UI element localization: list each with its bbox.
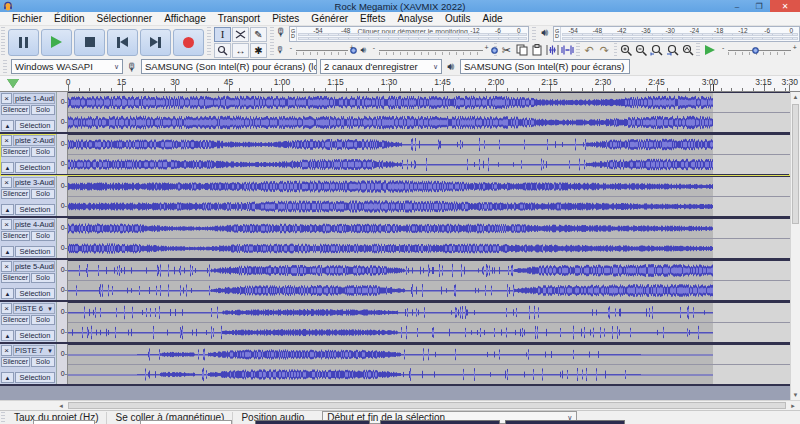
track-waveform[interactable] bbox=[68, 92, 790, 132]
track-collapse-button[interactable]: ▲ bbox=[1, 204, 14, 215]
track-waveform[interactable] bbox=[68, 260, 790, 300]
zoom-out-button[interactable] bbox=[634, 43, 648, 58]
vertical-scrollbar[interactable]: ▲ ▼ bbox=[790, 92, 800, 400]
track-close-button[interactable]: × bbox=[1, 135, 12, 146]
toolbar-grip[interactable] bbox=[576, 43, 580, 57]
track-title-menu[interactable]: PISTE 6▼ bbox=[13, 303, 55, 314]
track-solo-button[interactable]: Solo bbox=[31, 105, 55, 115]
silence-audio-button[interactable] bbox=[560, 43, 574, 58]
waveform-channel-left[interactable] bbox=[68, 303, 790, 322]
envelope-tool-button[interactable] bbox=[232, 27, 249, 42]
track-close-button[interactable]: × bbox=[1, 219, 12, 230]
track-collapse-button[interactable]: ▲ bbox=[1, 120, 14, 131]
timeline-ruler[interactable]: 01530451:001:151:301:452:002:152:302:453… bbox=[0, 76, 800, 92]
scroll-down-icon[interactable]: ▼ bbox=[791, 390, 800, 400]
track-solo-button[interactable]: Solo bbox=[31, 231, 55, 241]
waveform-channel-right[interactable] bbox=[68, 281, 790, 300]
track-vertical-ruler[interactable]: 0- 0- bbox=[56, 260, 68, 300]
track-waveform[interactable] bbox=[68, 134, 790, 174]
minimize-button[interactable]: – bbox=[726, 0, 748, 12]
track-mute-button[interactable]: Silencer bbox=[1, 357, 30, 367]
cut-button[interactable]: ✂ bbox=[499, 43, 513, 58]
track-close-button[interactable]: × bbox=[1, 261, 12, 272]
track-selection-button[interactable]: Sélection bbox=[15, 372, 55, 383]
track-solo-button[interactable]: Solo bbox=[31, 357, 55, 367]
selection-tool-button[interactable]: I bbox=[214, 27, 231, 42]
track-collapse-button[interactable]: ▲ bbox=[1, 330, 14, 341]
track-mute-button[interactable]: Silencer bbox=[1, 315, 30, 325]
waveform-channel-right[interactable] bbox=[68, 155, 790, 174]
track-waveform[interactable] bbox=[68, 176, 790, 216]
toolbar-grip[interactable] bbox=[270, 27, 274, 57]
track-title-menu[interactable]: PISTE 7▼ bbox=[13, 345, 55, 356]
track-close-button[interactable]: × bbox=[1, 345, 12, 356]
menu-aide[interactable]: Aide bbox=[477, 13, 509, 24]
record-meter-mic-icon[interactable]: 🎙︎ bbox=[275, 26, 287, 42]
track-close-button[interactable]: × bbox=[1, 177, 12, 188]
track-close-button[interactable]: × bbox=[1, 303, 12, 314]
track-waveform[interactable] bbox=[68, 302, 790, 342]
track-title-menu[interactable]: piste 2-Audi▼ bbox=[13, 135, 55, 146]
track-solo-button[interactable]: Solo bbox=[31, 189, 55, 199]
menu-sélectionner[interactable]: Sélectionner bbox=[91, 13, 159, 24]
track-vertical-ruler[interactable]: 0- 0- bbox=[56, 302, 68, 342]
toolbar-grip[interactable] bbox=[614, 43, 618, 57]
waveform-channel-right[interactable] bbox=[68, 197, 790, 216]
toolbar-grip[interactable] bbox=[3, 60, 7, 74]
close-button[interactable]: ✕ bbox=[770, 0, 800, 12]
snap-to-field[interactable] bbox=[140, 420, 232, 424]
recording-channels-select[interactable]: 2 canaux d'enregistrer∨ bbox=[320, 59, 442, 74]
project-rate-field[interactable] bbox=[33, 420, 95, 424]
quick-play-pin-icon[interactable] bbox=[7, 79, 19, 88]
menu-transport[interactable]: Transport bbox=[212, 13, 266, 24]
play-speed-knob[interactable] bbox=[752, 47, 759, 54]
vertical-scroll-thumb[interactable] bbox=[792, 104, 799, 224]
menu-fichier[interactable]: Fichier bbox=[6, 13, 48, 24]
scroll-up-icon[interactable]: ▲ bbox=[791, 92, 800, 102]
audio-host-select[interactable]: Windows WASAPI∨ bbox=[11, 59, 123, 74]
track-close-button[interactable]: × bbox=[1, 93, 12, 104]
menu-analyse[interactable]: Analyse bbox=[391, 13, 439, 24]
play-at-speed-button[interactable] bbox=[702, 45, 718, 55]
audio-position-field[interactable] bbox=[255, 420, 370, 424]
zoom-tool-button[interactable] bbox=[214, 43, 231, 58]
waveform-channel-left[interactable] bbox=[68, 345, 790, 364]
zoom-in-button[interactable] bbox=[619, 43, 633, 58]
waveform-channel-left[interactable] bbox=[68, 261, 790, 280]
playback-meter-speaker-icon[interactable]: 🔊︎ bbox=[539, 26, 551, 42]
zoom-project-button[interactable] bbox=[665, 43, 679, 58]
toolbar-grip[interactable] bbox=[696, 43, 700, 57]
track-mute-button[interactable]: Silencer bbox=[1, 231, 30, 241]
toolbar-grip[interactable] bbox=[207, 27, 211, 57]
track-title-menu[interactable]: piste 1-Audi▼ bbox=[13, 93, 55, 104]
record-button[interactable] bbox=[173, 29, 204, 56]
track-solo-button[interactable]: Solo bbox=[31, 315, 55, 325]
track-vertical-ruler[interactable]: 0- 0- bbox=[56, 134, 68, 174]
playback-volume-knob[interactable] bbox=[491, 47, 498, 54]
trim-audio-button[interactable] bbox=[545, 43, 559, 58]
track-selection-button[interactable]: Sélection bbox=[15, 204, 55, 215]
menu-outils[interactable]: Outils bbox=[439, 13, 477, 24]
track-selection-button[interactable]: Sélection bbox=[15, 246, 55, 257]
pause-button[interactable] bbox=[8, 29, 39, 56]
waveform-channel-left[interactable] bbox=[68, 135, 790, 154]
waveform-channel-left[interactable] bbox=[68, 93, 790, 112]
menu-effets[interactable]: Effets bbox=[354, 13, 391, 24]
waveform-channel-right[interactable] bbox=[68, 113, 790, 132]
copy-button[interactable] bbox=[514, 43, 528, 58]
track-selection-button[interactable]: Sélection bbox=[15, 330, 55, 341]
track-waveform[interactable] bbox=[68, 218, 790, 258]
recording-meter[interactable]: GD -54-48-12-60 Cliquer pour démarrer le… bbox=[289, 26, 529, 42]
zoom-selection-button[interactable] bbox=[650, 43, 664, 58]
track-solo-button[interactable]: Solo bbox=[31, 147, 55, 157]
paste-button[interactable] bbox=[530, 43, 544, 58]
waveform-channel-left[interactable] bbox=[68, 177, 790, 196]
multi-tool-button[interactable]: ✱ bbox=[250, 43, 267, 58]
selection-end-field[interactable] bbox=[505, 420, 625, 424]
track-collapse-button[interactable]: ▲ bbox=[1, 246, 14, 257]
track-mute-button[interactable]: Silencer bbox=[1, 147, 30, 157]
toolbar-grip[interactable] bbox=[1, 27, 5, 57]
playback-volume-slider[interactable]: - + bbox=[373, 44, 489, 56]
track-title-menu[interactable]: piste 3-Audi▼ bbox=[13, 177, 55, 188]
track-mute-button[interactable]: Silencer bbox=[1, 105, 30, 115]
